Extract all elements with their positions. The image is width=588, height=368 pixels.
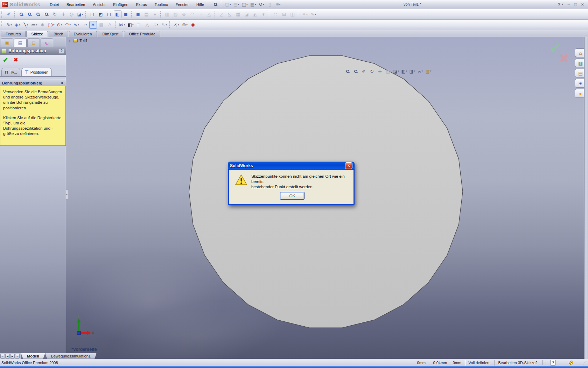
tab-typ[interactable]: ⊓ Ty... xyxy=(1,68,20,76)
new-document-icon[interactable]: ▢ ▾ xyxy=(224,1,232,8)
property-manager-tab[interactable]: ▤ xyxy=(14,38,27,47)
select-toggle-icon[interactable]: ▯ xyxy=(266,1,274,8)
tree-item-teil1[interactable]: Teil1 xyxy=(79,39,88,43)
sketch-text-icon[interactable]: A xyxy=(106,21,114,29)
options-icon[interactable]: ≡ ▾ xyxy=(274,1,282,8)
move-entities-icon[interactable]: ↖ ▾ xyxy=(160,21,168,29)
quick-snaps-icon[interactable]: ⊛ ▾ xyxy=(181,21,189,29)
print-icon[interactable]: ▦ ▾ xyxy=(249,1,257,8)
toolbar-grip[interactable] xyxy=(1,21,4,28)
tab-features[interactable]: Features xyxy=(1,31,26,37)
appearances-icon[interactable]: ▧ ▾ xyxy=(425,68,432,74)
tab-scroll-button[interactable]: ⇤ xyxy=(0,354,5,359)
line-icon[interactable]: ╲ ▾ xyxy=(22,21,30,29)
rectangle-icon[interactable]: ▭ ▾ xyxy=(30,21,38,29)
display-style-icon[interactable]: ◨ ▾ xyxy=(409,68,415,74)
tree-expander[interactable]: + xyxy=(69,39,71,43)
spline-icon[interactable]: ∿ ▾ xyxy=(72,21,80,29)
lofted-boss-icon[interactable]: ◠ xyxy=(189,11,196,18)
mirror-entities-icon[interactable]: ⋈ ▾ xyxy=(118,21,126,29)
tab-evaluieren[interactable]: Evaluieren xyxy=(69,31,97,37)
tab-office-produkte[interactable]: Office Produkte xyxy=(124,31,160,37)
property-manager-help-button[interactable]: ? xyxy=(59,48,64,54)
configuration-manager-tab[interactable]: ⊟ xyxy=(27,38,40,47)
centerpoint-arc-icon[interactable]: ⊙ ▾ xyxy=(56,21,63,29)
zoom-area-icon[interactable] xyxy=(353,68,359,74)
resize-grip[interactable]: ⋰ xyxy=(582,360,587,365)
extruded-boss-icon[interactable]: ▥ xyxy=(163,11,171,18)
mirror-feature-icon[interactable]: ∗ xyxy=(260,11,267,18)
menu-einfuegen[interactable]: Einfügen xyxy=(109,2,132,7)
rotate-view-icon[interactable]: ↻ xyxy=(369,68,375,74)
dialog-close-button[interactable]: × xyxy=(345,162,352,169)
zoom-fit-icon[interactable] xyxy=(345,68,351,74)
circle-icon[interactable]: ◯ ▾ xyxy=(47,21,55,29)
tab-bewegungssimulation[interactable]: Bewegungssimulation1 xyxy=(45,353,97,359)
sketch-fillet-icon[interactable]: △ xyxy=(144,21,151,29)
tab-scroll-button[interactable]: ⇥ xyxy=(15,354,20,359)
ok-button[interactable]: ✔ xyxy=(3,56,8,64)
section-header[interactable]: Bohrungsposition(en) « xyxy=(0,80,66,86)
view-orientation-icon[interactable]: ◧ ▾ xyxy=(401,68,407,74)
section-view-icon[interactable]: ◪ ▾ xyxy=(393,68,399,74)
tab-dimxpert[interactable]: DimXpert xyxy=(98,31,124,37)
revolved-boss-icon[interactable]: ▨ xyxy=(172,11,180,18)
help-dropdown-icon[interactable]: ▾ xyxy=(562,3,563,6)
menu-ansicht[interactable]: Ansicht xyxy=(89,2,109,7)
zoom-area-icon[interactable] xyxy=(26,11,34,18)
tab-modell[interactable]: Modell xyxy=(21,353,45,359)
tab-scroll-button[interactable]: ◀ xyxy=(5,354,10,359)
shell-icon[interactable]: ◪ xyxy=(243,11,251,18)
realview-icon[interactable]: ▤ xyxy=(143,11,150,18)
polygon-icon[interactable]: ⊕ xyxy=(39,21,47,29)
no-solve-move-icon[interactable]: ◉ xyxy=(189,21,197,29)
shaded-icon[interactable]: ◼ xyxy=(122,11,130,18)
convert-cube-icon[interactable]: ◧ ▾ xyxy=(127,21,134,29)
select-wand-icon[interactable]: ✐ xyxy=(5,11,13,18)
circular-pattern-icon[interactable]: ⊞ xyxy=(280,11,288,18)
open-icon[interactable]: ▤ ▾ xyxy=(232,1,240,8)
environment-icon[interactable]: ● xyxy=(151,11,159,18)
offset-entities-icon[interactable]: ⊐ xyxy=(135,21,143,29)
rotate-view-icon[interactable]: ↻ xyxy=(51,11,59,18)
save-icon[interactable]: ◫ ▾ xyxy=(241,1,248,8)
chamfer-icon[interactable]: ◺ xyxy=(226,11,234,18)
wireframe-icon[interactable]: ◻ xyxy=(89,11,96,18)
shaded-with-edges-icon[interactable]: ◧ xyxy=(114,11,121,18)
minimize-button[interactable]: – xyxy=(567,2,570,7)
rotate-about-icon[interactable]: ◎ xyxy=(68,11,76,18)
cancel-button[interactable]: ✖ xyxy=(14,57,18,63)
dialog-title-bar[interactable]: SolidWorks × xyxy=(228,162,355,170)
dialog-ok-button[interactable]: OK xyxy=(280,192,304,200)
tab-skizze[interactable]: Skizze xyxy=(26,31,48,37)
tangent-arc-icon[interactable]: ◠ ▾ xyxy=(64,21,72,29)
search-icon[interactable] xyxy=(212,1,219,8)
zoom-selection-icon[interactable] xyxy=(43,11,50,18)
fillet-icon[interactable]: ◿ xyxy=(218,11,225,18)
ellipse-icon[interactable]: ◌ ▾ xyxy=(81,21,89,29)
maximize-button[interactable]: □ xyxy=(574,2,577,7)
zoom-fit-icon[interactable] xyxy=(18,11,25,18)
display-relations-icon[interactable]: ∡ ▾ xyxy=(173,21,180,29)
menu-extras[interactable]: Extras xyxy=(132,2,151,7)
sketch-icon[interactable]: ✎ ▾ xyxy=(5,21,13,29)
revolved-cut-icon[interactable]: △ xyxy=(205,11,213,18)
tab-blech[interactable]: Blech xyxy=(49,31,68,37)
hidden-lines-removed-icon[interactable]: ◻ xyxy=(105,11,113,18)
smart-dimension-icon[interactable]: ◈ ▾ xyxy=(14,21,21,29)
shadows-icon[interactable]: ◼ xyxy=(134,11,142,18)
point-icon[interactable]: ∗ xyxy=(89,21,97,29)
tag-icon[interactable] xyxy=(569,360,574,365)
close-button[interactable]: × xyxy=(581,2,584,7)
linear-sketch-pattern-icon[interactable]: ∷ ▾ xyxy=(152,21,160,29)
curves-icon[interactable]: ∿ ▾ xyxy=(309,11,317,18)
zoom-in-out-icon[interactable] xyxy=(34,11,42,18)
swept-boss-icon[interactable]: ⊕ xyxy=(180,11,188,18)
reference-geometry-icon[interactable]: ✧ ▾ xyxy=(301,11,309,18)
reference-views-icon[interactable]: ▤ xyxy=(385,68,391,74)
quick-tips-help-button[interactable]: ? xyxy=(550,360,556,366)
magnify-icon[interactable]: ✐ xyxy=(361,68,367,74)
draft-icon[interactable]: ◭ xyxy=(251,11,259,18)
convert-entities-icon[interactable]: ▩ xyxy=(98,21,105,29)
hide-show-items-icon[interactable]: ∞ ▾ xyxy=(417,68,424,74)
